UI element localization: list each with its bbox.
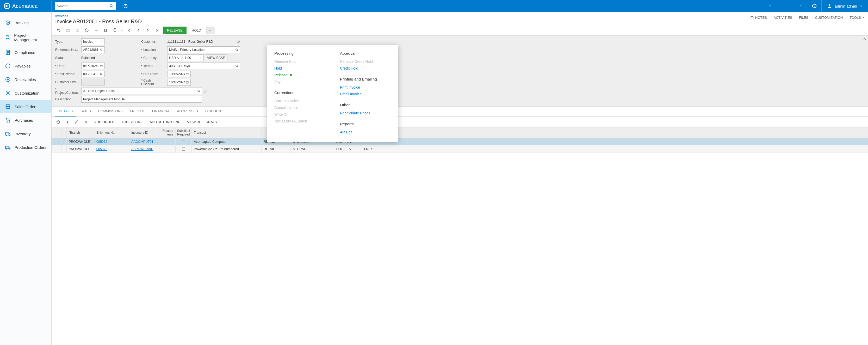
- cell-qty[interactable]: 1.00: [334, 146, 344, 152]
- tab-addresses[interactable]: ADDRESSES: [174, 106, 202, 117]
- next-button[interactable]: [143, 27, 152, 34]
- help-button[interactable]: [807, 0, 822, 12]
- grid-col-substituti[interactable]: Substituti Required: [176, 127, 192, 138]
- sidebar-item-customization[interactable]: Customization: [0, 86, 51, 100]
- sidebar-item-receivables[interactable]: Receivables: [0, 73, 51, 86]
- activities-button[interactable]: ACTIVITIES: [774, 15, 792, 20]
- collapse-panel-button[interactable]: [863, 37, 866, 41]
- action-release[interactable]: Release: [274, 72, 326, 79]
- customization-button[interactable]: CUSTOMIZATION: [815, 15, 843, 20]
- row-files-button[interactable]: [56, 146, 61, 152]
- grid-add-button[interactable]: [64, 118, 71, 126]
- cell-location[interactable]: STORAGE: [291, 146, 334, 152]
- tab-details[interactable]: DETAILS: [55, 106, 76, 117]
- cell-inventory[interactable]: AACOMPUT01: [129, 138, 159, 145]
- sidebar-item-purchases[interactable]: Purchases: [0, 113, 51, 127]
- view-base-button[interactable]: VIEW BASE: [205, 55, 227, 61]
- hold-button[interactable]: HOLD: [189, 27, 204, 34]
- cell-substituti[interactable]: [176, 138, 192, 145]
- grid-col-inventory[interactable]: Inventory ID: [129, 127, 159, 138]
- location-input[interactable]: MAIN - Primary Location: [167, 46, 240, 53]
- search-icon[interactable]: [110, 4, 114, 8]
- add-so-line-button[interactable]: ADD SO LINE: [119, 120, 145, 124]
- cell-description[interactable]: Poweraid 32 Oz - lot numbered: [192, 146, 261, 152]
- action-email-invoice[interactable]: Email Invoice: [340, 91, 391, 97]
- user-menu[interactable]: admin admin: [822, 0, 868, 12]
- edit-customer-button[interactable]: [237, 40, 240, 43]
- grid-col-transact[interactable]: Transact: [192, 127, 261, 138]
- cell-shipment[interactable]: 005072: [94, 146, 129, 152]
- add-return-line-button[interactable]: ADD RETURN LINE: [147, 120, 183, 124]
- cashdisc-input[interactable]: 10/16/2024: [167, 79, 191, 86]
- delete-button[interactable]: [101, 27, 110, 34]
- tab-freight[interactable]: FREIGHT: [126, 106, 149, 117]
- search-input[interactable]: [57, 4, 110, 8]
- action-credit-hold[interactable]: Credit Hold: [340, 65, 391, 72]
- notes-button[interactable]: NOTES: [750, 15, 767, 20]
- grid-col-related[interactable]: Related Items: [159, 127, 176, 138]
- cell-shipment[interactable]: 005072: [94, 138, 129, 145]
- terms-input[interactable]: 30D - 30 Days: [167, 63, 240, 69]
- grid-col-files[interactable]: [56, 127, 61, 138]
- tab-discoun[interactable]: DISCOUN: [202, 106, 224, 117]
- prev-button[interactable]: [134, 27, 143, 34]
- table-row[interactable]: PRODWHOLE005072AAPOWERAIDPoweraid 32 Oz …: [52, 146, 868, 153]
- tab-financial[interactable]: FINANCIAL: [149, 106, 174, 117]
- cell-inventory[interactable]: AAPOWERAID: [129, 146, 159, 152]
- cell-branch[interactable]: PRODWHOLE: [67, 138, 94, 145]
- cell-site[interactable]: RETAIL: [261, 146, 291, 152]
- grid-refresh-button[interactable]: [54, 118, 62, 126]
- sidebar-item-banking[interactable]: Banking: [0, 16, 51, 29]
- cell-uom[interactable]: EA: [344, 146, 362, 152]
- cell-lot[interactable]: LREX9: [362, 146, 868, 152]
- action-recalculate-prices[interactable]: Recalculate Prices: [340, 110, 391, 117]
- grid-col-branch[interactable]: *Branch: [67, 127, 94, 138]
- rate-input[interactable]: 1.00: [183, 55, 204, 61]
- datetime-display[interactable]: 9/16/2024 5:15 AM: [776, 0, 807, 12]
- tenant-selector[interactable]: Revision Two Products Products Wholesale: [725, 0, 776, 12]
- brand-logo[interactable]: Acumatica: [0, 0, 52, 12]
- clipboard-button[interactable]: [111, 27, 119, 34]
- grid-delete-button[interactable]: [82, 118, 90, 126]
- custord-input[interactable]: [81, 79, 105, 86]
- tab-commissions[interactable]: COMMISSIONS: [95, 106, 126, 117]
- tab-taxes[interactable]: TAXES: [76, 106, 95, 117]
- cell-lot[interactable]: [362, 138, 868, 145]
- description-input[interactable]: Project Management Module: [81, 96, 202, 103]
- grid-col-lot[interactable]: Lot/Serial Nbr.: [362, 127, 868, 138]
- cell-related[interactable]: [159, 138, 176, 145]
- sidebar-item-payables[interactable]: Payables: [0, 59, 51, 73]
- grid-col-shipment[interactable]: Shipment Nbr.: [94, 127, 129, 138]
- sidebar-item-inventory[interactable]: Inventory: [0, 127, 51, 140]
- last-button[interactable]: [153, 27, 161, 34]
- breadcrumb[interactable]: Invoices: [55, 14, 750, 18]
- refnbr-input[interactable]: AR012061: [81, 46, 105, 53]
- add-button[interactable]: [92, 27, 100, 34]
- duedate-input[interactable]: 10/16/2024: [167, 71, 191, 77]
- row-notes-button[interactable]: [61, 138, 67, 145]
- action-hold[interactable]: Hold: [274, 65, 326, 72]
- discard-button[interactable]: [82, 27, 91, 34]
- grid-col-notes[interactable]: [61, 127, 67, 138]
- currency-input[interactable]: USD: [167, 55, 182, 61]
- row-expand-button[interactable]: [52, 146, 56, 152]
- sidebar-item-sales-orders[interactable]: Sales Orders: [0, 100, 51, 113]
- grid-edit-button[interactable]: [73, 118, 81, 126]
- grid-col-handle[interactable]: [52, 127, 56, 138]
- row-expand-button[interactable]: [52, 138, 56, 145]
- more-actions-button[interactable]: [206, 27, 215, 34]
- files-button[interactable]: FILES: [799, 15, 808, 20]
- action-ar-edit[interactable]: AR Edit: [340, 129, 391, 135]
- edit-project-button[interactable]: [204, 89, 208, 93]
- refresh-button[interactable]: [119, 0, 132, 12]
- type-selector[interactable]: Invoice: [81, 38, 105, 45]
- cell-branch[interactable]: PRODWHOLE: [67, 146, 94, 152]
- cell-description[interactable]: Acer Laptop Computer: [192, 138, 261, 145]
- clipboard-dropdown[interactable]: [120, 27, 124, 34]
- save-and-close-button[interactable]: [64, 27, 72, 34]
- cell-substituti[interactable]: [176, 146, 192, 152]
- back-button[interactable]: [54, 27, 63, 34]
- sidebar-item-project-management[interactable]: Project Management: [0, 29, 51, 45]
- action-print-invoice[interactable]: Print Invoice: [340, 84, 391, 91]
- postperiod-input[interactable]: 09-2024: [81, 71, 105, 77]
